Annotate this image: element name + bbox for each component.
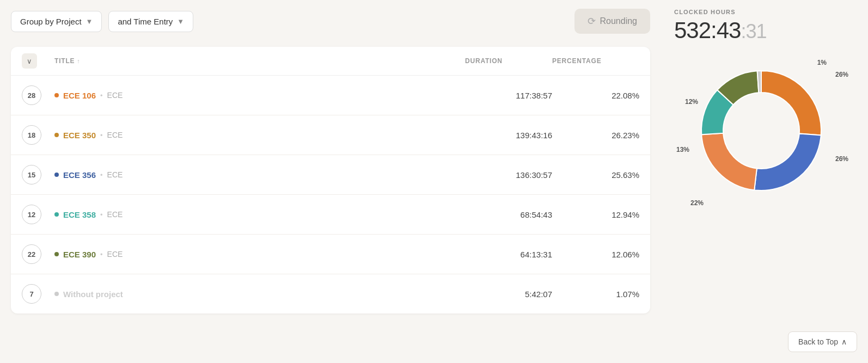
group-name: ECE xyxy=(107,91,123,100)
legend-1pct: 1% xyxy=(817,59,827,66)
row-percentage: 12.06% xyxy=(552,250,639,259)
project-dot xyxy=(54,133,59,137)
project-dot xyxy=(54,252,59,256)
legend-26pct-right2: 26% xyxy=(835,155,848,163)
row-duration: 64:13:31 xyxy=(465,250,552,259)
project-name: ECE 358 xyxy=(63,210,96,219)
row-duration: 117:38:57 xyxy=(465,91,552,100)
legend-12pct: 12% xyxy=(685,98,698,106)
row-title: ECE 390 • ECE xyxy=(54,250,465,259)
sidebar: CLOCKED HOURS 532:43:31 1% 26% 26% 22% 1… xyxy=(661,0,868,363)
row-duration: 139:43:16 xyxy=(465,131,552,140)
separator: • xyxy=(100,250,103,259)
row-duration: 136:30:57 xyxy=(465,170,552,180)
table-body: 28 ECE 106 • ECE 117:38:57 22.08% 18 ECE… xyxy=(11,76,650,313)
row-badge: 12 xyxy=(22,205,54,224)
clocked-time: 532:43:31 xyxy=(674,17,767,44)
project-name: ECE 356 xyxy=(63,170,96,180)
group-by-button[interactable]: Group by Project ▼ xyxy=(11,11,102,32)
row-percentage: 26.23% xyxy=(552,131,639,140)
rounding-button[interactable]: ⟳ Rounding xyxy=(574,9,651,34)
separator: • xyxy=(100,131,103,139)
row-title: Without project xyxy=(54,290,465,299)
project-dot xyxy=(54,93,59,97)
sort-arrow-icon: ↑ xyxy=(77,58,80,64)
legend-22pct: 22% xyxy=(690,199,704,207)
time-entry-button[interactable]: and Time Entry ▼ xyxy=(108,11,193,32)
table-row: 12 ECE 358 • ECE 68:54:43 12.94% xyxy=(11,195,650,235)
project-dot xyxy=(54,173,59,177)
project-name: Without project xyxy=(63,290,123,299)
table-header: ∨ TITLE ↑ DURATION PERCENTAGE xyxy=(11,47,650,76)
main-content: Group by Project ▼ and Time Entry ▼ ⟳ Ro… xyxy=(0,0,661,363)
data-table: ∨ TITLE ↑ DURATION PERCENTAGE 28 ECE 106… xyxy=(11,47,650,313)
rounding-label: Rounding xyxy=(600,16,638,26)
clocked-label: CLOCKED HOURS xyxy=(674,9,736,15)
table-row: 22 ECE 390 • ECE 64:13:31 12.06% xyxy=(11,235,650,274)
legend-26pct-right: 26% xyxy=(835,71,848,78)
duration-header: DURATION xyxy=(465,57,552,65)
row-badge: 15 xyxy=(22,165,54,184)
row-percentage: 25.63% xyxy=(552,170,639,180)
percentage-header: PERCENTAGE xyxy=(552,57,639,65)
chevron-down-icon: ▼ xyxy=(177,17,184,26)
project-name: ECE 106 xyxy=(63,91,96,100)
row-badge: 18 xyxy=(22,125,54,145)
row-badge: 7 xyxy=(22,284,54,304)
row-duration: 5:42:07 xyxy=(465,290,552,299)
row-badge: 22 xyxy=(22,244,54,264)
chevron-down-icon: ▼ xyxy=(86,17,93,26)
project-name: ECE 350 xyxy=(63,131,96,140)
row-title: ECE 356 • ECE xyxy=(54,170,465,180)
table-row: 7 Without project 5:42:07 1.07% xyxy=(11,274,650,313)
row-badge: 28 xyxy=(22,85,54,105)
row-title: ECE 350 • ECE xyxy=(54,131,465,140)
project-dot xyxy=(54,292,59,296)
time-entry-label: and Time Entry xyxy=(118,17,173,26)
collapse-column: ∨ xyxy=(22,53,54,69)
chevron-up-icon: ∧ xyxy=(841,337,847,346)
collapse-button[interactable]: ∨ xyxy=(22,53,37,69)
toolbar: Group by Project ▼ and Time Entry ▼ ⟳ Ro… xyxy=(11,9,650,34)
row-percentage: 12.94% xyxy=(552,210,639,219)
separator: • xyxy=(100,171,103,179)
clock-icon: ⟳ xyxy=(588,15,596,27)
row-title: ECE 358 • ECE xyxy=(54,210,465,219)
group-name: ECE xyxy=(107,170,123,179)
separator: • xyxy=(100,91,103,100)
group-by-label: Group by Project xyxy=(20,17,82,26)
row-percentage: 1.07% xyxy=(552,290,639,299)
group-name: ECE xyxy=(107,210,123,219)
row-duration: 68:54:43 xyxy=(465,210,552,219)
table-row: 28 ECE 106 • ECE 117:38:57 22.08% xyxy=(11,76,650,115)
row-percentage: 22.08% xyxy=(552,91,639,100)
row-title: ECE 106 • ECE xyxy=(54,91,465,100)
table-row: 15 ECE 356 • ECE 136:30:57 25.63% xyxy=(11,155,650,195)
back-to-top-button[interactable]: Back to Top ∧ xyxy=(788,331,857,352)
back-to-top-label: Back to Top xyxy=(798,337,838,346)
clocked-hours: 532:43 xyxy=(674,17,741,43)
project-name: ECE 390 xyxy=(63,250,96,259)
clocked-seconds: :31 xyxy=(741,20,766,42)
title-header: TITLE ↑ xyxy=(54,57,465,65)
donut-chart: 1% 26% 26% 22% 13% 12% xyxy=(674,54,848,229)
group-name: ECE xyxy=(107,250,123,259)
table-row: 18 ECE 350 • ECE 139:43:16 26.23% xyxy=(11,115,650,155)
project-dot xyxy=(54,212,59,217)
separator: • xyxy=(100,211,103,219)
legend-13pct: 13% xyxy=(676,146,689,153)
group-name: ECE xyxy=(107,131,123,139)
